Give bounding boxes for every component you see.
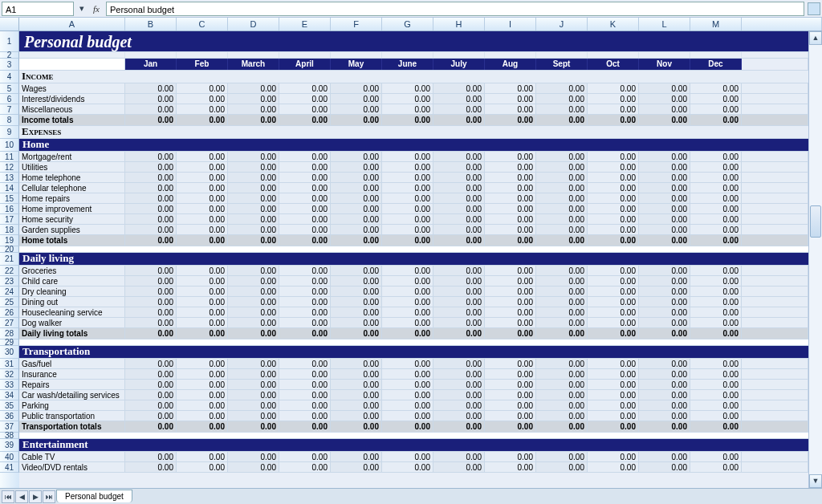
cell[interactable] (639, 139, 690, 151)
value-March[interactable]: 0.00 (228, 193, 279, 203)
value-March[interactable]: 0.00 (228, 400, 279, 410)
cell[interactable] (690, 346, 742, 358)
value-Jan[interactable]: 0.00 (125, 183, 177, 193)
month-header-June[interactable]: June (382, 59, 433, 70)
row-header-21[interactable]: 21 (0, 253, 19, 266)
value-Nov[interactable]: 0.00 (639, 173, 690, 182)
value-April[interactable]: 0.00 (279, 183, 331, 193)
fx-icon[interactable]: fx (90, 4, 103, 14)
value-March[interactable]: 0.00 (228, 94, 279, 104)
column-header-H[interactable]: H (433, 18, 485, 30)
cell[interactable] (177, 71, 228, 83)
cell[interactable] (382, 139, 433, 151)
row-header-17[interactable]: 17 (0, 214, 19, 225)
row-header-5[interactable]: 5 (0, 83, 19, 94)
row-label[interactable]: Home repairs (19, 193, 125, 203)
value-Aug[interactable]: 0.00 (485, 390, 536, 400)
value-Jan[interactable]: 0.00 (125, 318, 177, 327)
cell[interactable] (690, 253, 742, 265)
value-Nov[interactable]: 0.00 (639, 152, 690, 161)
row-label[interactable]: Insurance (19, 369, 125, 379)
column-header-K[interactable]: K (588, 18, 639, 30)
value-April[interactable]: 0.00 (279, 390, 331, 400)
value-Dec[interactable]: 0.00 (690, 318, 742, 327)
row-header-38[interactable]: 38 (0, 433, 19, 439)
cell[interactable] (742, 400, 808, 410)
value-Dec[interactable]: 0.00 (690, 452, 742, 461)
value-Nov[interactable]: 0.00 (639, 193, 690, 203)
row-label[interactable]: Dry cleaning (19, 287, 125, 296)
total-Dec[interactable]: 0.00 (690, 421, 742, 432)
row-label[interactable]: Home improvement (19, 204, 125, 213)
row-header-40[interactable]: 40 (0, 452, 19, 462)
cell[interactable] (742, 104, 808, 114)
value-July[interactable]: 0.00 (433, 307, 485, 317)
value-April[interactable]: 0.00 (279, 204, 331, 213)
value-March[interactable]: 0.00 (228, 276, 279, 286)
value-Aug[interactable]: 0.00 (485, 287, 536, 296)
value-Aug[interactable]: 0.00 (485, 452, 536, 461)
value-Oct[interactable]: 0.00 (588, 152, 639, 161)
cell[interactable] (742, 152, 808, 161)
value-Sept[interactable]: 0.00 (536, 104, 588, 114)
value-July[interactable]: 0.00 (433, 83, 485, 93)
total-Feb[interactable]: 0.00 (177, 328, 228, 339)
value-May[interactable]: 0.00 (331, 193, 382, 203)
month-header-Nov[interactable]: Nov (639, 59, 690, 70)
tab-nav-next[interactable]: ▶ (29, 490, 42, 503)
cell[interactable] (742, 297, 808, 307)
value-March[interactable]: 0.00 (228, 204, 279, 213)
value-Nov[interactable]: 0.00 (639, 204, 690, 213)
tab-nav-last[interactable]: ⏭ (43, 490, 55, 503)
value-Dec[interactable]: 0.00 (690, 380, 742, 389)
cell[interactable] (279, 52, 331, 58)
value-May[interactable]: 0.00 (331, 183, 382, 193)
value-April[interactable]: 0.00 (279, 297, 331, 307)
cell[interactable] (433, 246, 485, 252)
value-Dec[interactable]: 0.00 (690, 359, 742, 368)
row-header-20[interactable]: 20 (0, 246, 19, 253)
value-May[interactable]: 0.00 (331, 204, 382, 213)
month-header-March[interactable]: March (228, 59, 279, 70)
row-header-16[interactable]: 16 (0, 204, 19, 214)
value-May[interactable]: 0.00 (331, 307, 382, 317)
total-May[interactable]: 0.00 (331, 235, 382, 246)
value-Dec[interactable]: 0.00 (690, 94, 742, 104)
cell[interactable] (588, 253, 639, 265)
total-April[interactable]: 0.00 (279, 328, 331, 339)
value-June[interactable]: 0.00 (382, 162, 433, 172)
cell[interactable] (382, 253, 433, 265)
value-May[interactable]: 0.00 (331, 390, 382, 400)
cell[interactable] (690, 339, 742, 345)
value-Dec[interactable]: 0.00 (690, 411, 742, 421)
value-May[interactable]: 0.00 (331, 462, 382, 472)
value-Jan[interactable]: 0.00 (125, 307, 177, 317)
value-June[interactable]: 0.00 (382, 400, 433, 410)
cell[interactable] (639, 346, 690, 358)
value-Jan[interactable]: 0.00 (125, 225, 177, 234)
value-Nov[interactable]: 0.00 (639, 162, 690, 172)
month-header-Oct[interactable]: Oct (588, 59, 639, 70)
value-Sept[interactable]: 0.00 (536, 204, 588, 213)
value-Oct[interactable]: 0.00 (588, 411, 639, 421)
value-Dec[interactable]: 0.00 (690, 400, 742, 410)
cell[interactable] (485, 339, 536, 345)
cell[interactable] (742, 307, 808, 317)
value-Oct[interactable]: 0.00 (588, 173, 639, 182)
cell[interactable] (177, 346, 228, 358)
value-April[interactable]: 0.00 (279, 380, 331, 389)
subsection-Entertainment[interactable]: Entertainment (19, 439, 125, 451)
cell[interactable] (742, 162, 808, 172)
row-header-13[interactable]: 13 (0, 173, 19, 183)
value-April[interactable]: 0.00 (279, 152, 331, 161)
cell[interactable] (742, 421, 808, 432)
value-Oct[interactable]: 0.00 (588, 94, 639, 104)
cell[interactable] (536, 346, 588, 358)
cell[interactable] (433, 433, 485, 438)
cell[interactable] (742, 276, 808, 286)
value-Feb[interactable]: 0.00 (177, 193, 228, 203)
value-Sept[interactable]: 0.00 (536, 318, 588, 327)
cell[interactable] (485, 439, 536, 451)
cell[interactable] (125, 71, 177, 83)
cell[interactable] (279, 253, 331, 265)
